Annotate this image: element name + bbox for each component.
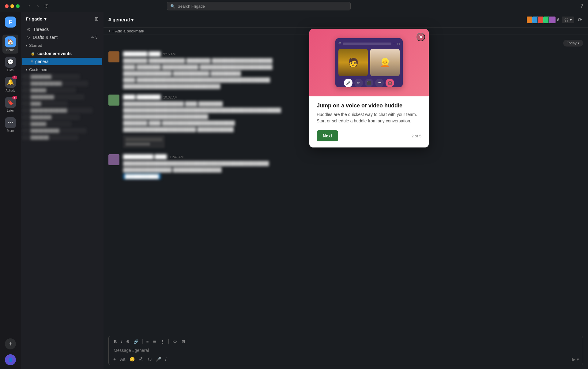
starred-label: Starred [29,43,42,48]
date-label: Today [567,41,577,45]
search-bar[interactable]: 🔍 Search Frigade [167,2,351,10]
list-item[interactable]: ██████ [22,88,76,93]
workspace-header[interactable]: Frigade ▾ ⊞ [21,12,104,25]
emoji-button[interactable]: 😊 [129,356,136,363]
code-block-button[interactable]: ⊡ [180,338,187,345]
list-item[interactable]: ████████ [22,114,80,120]
starred-section-header[interactable]: ▾ Starred [21,41,104,50]
workspace-chevron-icon: ▾ [44,16,47,22]
icon-nav: F 🏠 Home 💬 DMs 2 🔔 Activity 8 🔖 Later ••… [0,12,21,369]
code-inline-button[interactable]: <> [171,338,179,345]
user-avatar[interactable]: 👤 [5,354,16,365]
sidebar-item-threads[interactable]: ⊙ Threads [22,26,102,33]
mock-edit-button[interactable]: ✏ [354,79,363,87]
list-item[interactable]: ███████████ [22,128,87,133]
back-button[interactable]: ‹ [26,2,33,10]
avatar [548,16,556,24]
message-text: ████████████████████████████████████████… [123,160,583,180]
toolbar-divider2: | [167,338,170,345]
sidebar-item-customer-events[interactable]: 🔒 customer-events [22,50,102,57]
member-count: 6 [557,17,559,22]
message-input-wrapper: B I S 🔗 | ≡ ≣ ⋮ | <> ⊡ + Aa 😊 @ [108,336,583,365]
strikethrough-button[interactable]: S [125,338,131,345]
mock-screen-button[interactable]: ⬛ [365,79,373,87]
help-button[interactable]: ? [580,3,583,9]
minimize-button[interactable] [10,4,14,8]
mock-headset-button[interactable]: 🎧 [386,79,394,87]
history-button[interactable]: ⏱ [43,2,50,10]
message-input[interactable] [111,347,580,354]
next-button[interactable]: Next [317,130,338,141]
mention-button[interactable]: @ [138,356,144,363]
message-header: ██████████ ████ 11:47 AM [123,154,583,159]
forward-button[interactable]: › [34,2,42,10]
list-item[interactable]: ████████ [22,74,80,80]
message-attachment [123,135,165,148]
titlebar: ‹ › ⏱ 🔍 Search Frigade ? [0,0,588,12]
link-button[interactable]: 🔗 [132,338,140,345]
numbered-list-button[interactable]: ⋮ [159,338,166,345]
add-workspace-button[interactable]: + [5,338,16,349]
reload-button[interactable]: ⟳ [577,16,583,24]
send-button[interactable]: ▶ ▾ [572,356,579,362]
lock-icon: 🔒 [31,52,35,56]
list-item[interactable]: ███████ [22,135,78,140]
starred-arrow-icon: ▾ [26,44,27,47]
traffic-lights [5,4,20,8]
message-content: ██████████ ████ 11:47 AM ███████████████… [123,154,583,180]
bold-button[interactable]: B [112,338,118,345]
bullet-list-button[interactable]: ≡ [145,338,150,345]
avatar-group[interactable]: 6 [526,16,559,24]
sidebar-item-later[interactable]: 8 🔖 Later [2,95,18,114]
more-icon: ••• [5,117,16,128]
huddle-button[interactable]: ⬡ [147,356,153,363]
close-button[interactable] [5,4,9,8]
list-item[interactable]: █████████ [22,94,84,100]
sidebar-item-drafts[interactable]: ▷ Drafts & sent ✏ 3 [22,34,102,41]
list-item[interactable]: ██████████████ [22,108,92,113]
popup-hero: ✕ # ─ ⊡ 🧑 👱 🎤 ✏ ⬛ ••• 🎧 [309,29,429,96]
attach-button[interactable]: + [112,356,117,363]
threads-label: Threads [33,27,97,32]
channel-name-button[interactable]: # general ▾ [108,17,134,23]
customers-section-header[interactable]: ▾ Customers [21,65,104,74]
popup-title: Jump on a voice or video huddle [317,102,421,109]
filter-button[interactable]: ⊞ [95,16,99,22]
send-chevron-icon: ▾ [577,356,579,362]
fullscreen-button[interactable] [16,4,20,8]
huddle-button[interactable]: 🎧 ▾ [562,17,574,23]
later-label: Later [7,109,14,112]
channel-name-text: # general [108,17,130,23]
channel-chevron-icon: ▾ [131,17,134,23]
sidebar: Frigade ▾ ⊞ ⊙ Threads ▷ Drafts & sent ✏ … [21,12,104,369]
list-item[interactable]: ██████ [22,121,72,127]
mock-avatar-person1: 🧑 [338,49,368,76]
message-input-area: B I S 🔗 | ≡ ≣ ⋮ | <> ⊡ + Aa 😊 @ [104,332,588,369]
italic-button[interactable]: I [119,338,124,345]
sidebar-item-home[interactable]: 🏠 Home [2,35,18,54]
activity-badge: 2 [12,76,17,79]
popup-close-button[interactable]: ✕ [417,33,425,41]
popup-body: Jump on a voice or video huddle Huddles … [309,96,429,147]
date-pill[interactable]: Today ▾ [563,40,583,47]
header-right: 6 🎧 ▾ ⟳ [526,16,583,24]
mic-button[interactable]: 🎤 [155,356,162,363]
avatar [108,154,119,165]
mock-controls: 🎤 ✏ ⬛ ••• 🎧 [338,79,400,87]
drafts-count: 3 [95,35,97,39]
popup-window-mock: # ─ ⊡ 🧑 👱 🎤 ✏ ⬛ ••• 🎧 [335,38,403,87]
format-text-button[interactable]: Aa [119,356,126,363]
ordered-list-button[interactable]: ≣ [151,338,158,345]
mock-more-button[interactable]: ••• [375,79,384,87]
workspace-icon[interactable]: F [2,15,18,29]
mock-mic-button[interactable]: 🎤 [344,79,352,87]
huddle-tooltip-popup[interactable]: ✕ # ─ ⊡ 🧑 👱 🎤 ✏ ⬛ ••• 🎧 [309,29,429,147]
sidebar-item-general[interactable]: # general [22,58,102,65]
list-item[interactable]: ████████████ [22,81,88,86]
list-item[interactable]: ████ [22,101,68,106]
slash-button[interactable]: / [164,356,168,363]
sidebar-item-activity[interactable]: 2 🔔 Activity [2,75,18,94]
sidebar-item-dms[interactable]: 💬 DMs [2,55,18,74]
sidebar-item-more[interactable]: ••• More [2,115,18,134]
workspace-logo: F [5,17,16,28]
